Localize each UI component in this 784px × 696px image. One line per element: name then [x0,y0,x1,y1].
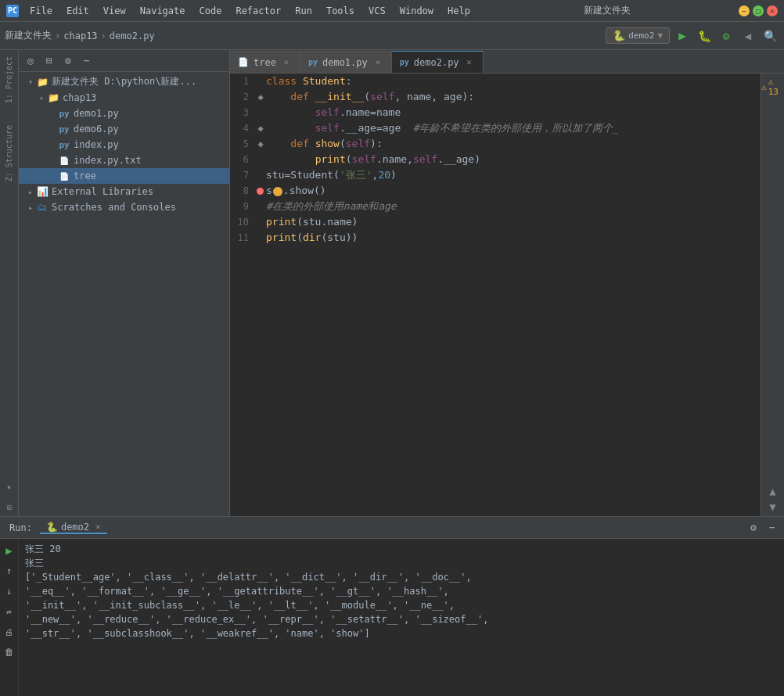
warning-number: ⚠ 13 [768,77,784,97]
menu-tools[interactable]: Tools [320,4,361,18]
panel-project-label[interactable]: 1: Project [3,53,15,106]
tab-demo1[interactable]: py demo1.py ✕ [300,51,392,73]
profile-button[interactable]: ◀ [739,27,757,45]
tab-demo2[interactable]: py demo2.py ✕ [392,51,484,73]
locate-file-button[interactable]: ◎ [22,52,39,70]
code-line-5: 5 ◆ def show(self): [230,136,761,152]
warning-count[interactable]: ⚠ ⚠ 13 [761,77,784,97]
py-icon-index: py [58,138,70,151]
run-toolbar: 🐍 demo2 ▼ ▶ 🐛 ⚙ ◀ 🔍 [606,27,779,45]
tree-label-root: 新建文件夹 D:\python\新建... [52,75,196,88]
tree-label-index: index.py [74,139,119,150]
tree-item-index[interactable]: py index.py [19,137,229,152]
run-trash-btn[interactable]: 🗑 [1,644,18,661]
close-button[interactable]: ✕ [767,5,778,16]
code-line-10: 10 print(stu.name) [230,214,761,230]
sidebar-minimize-button[interactable]: − [78,52,95,70]
menu-run[interactable]: Run [289,4,318,18]
menu-file[interactable]: File [23,4,59,18]
collapse-all-button[interactable]: ⊟ [41,52,58,70]
search-everywhere-button[interactable]: 🔍 [761,27,779,45]
project-toolbar: 新建文件夹 › chap13 › demo2.py 🐍 demo2 ▼ ▶ 🐛 … [0,22,784,50]
breadcrumb-root[interactable]: 新建文件夹 [5,29,52,42]
run-play-btn[interactable]: ▶ [1,542,18,559]
menu-edit[interactable]: Edit [60,4,95,18]
tab-demo2-label: demo2.py [414,57,459,68]
tree-item-indextxt[interactable]: 📄 index.py.txt [19,152,229,168]
tree-item-root[interactable]: ▾ 📁 新建文件夹 D:\python\新建... [19,74,229,90]
run-output[interactable]: 张三 20 张三 ['_Student__age', '__class__', … [19,539,784,696]
scroll-up-btn[interactable]: ▲ [769,485,775,497]
tab-tree-close[interactable]: ✕ [281,57,292,68]
tab-tree[interactable]: 📄 tree ✕ [230,51,300,73]
minimize-button[interactable]: − [739,5,750,16]
run-scroll-down-btn[interactable]: ↓ [1,583,18,600]
menu-refactor[interactable]: Refactor [229,4,287,18]
scroll-down-btn[interactable]: ▼ [769,500,775,513]
code-lines: 1 class Student: 2 ◆ def __init__(self, … [230,74,761,516]
code-line-8: 8 s.show() [230,183,761,199]
code-line-2: 2 ◆ def __init__(self, name, age): [230,89,761,105]
tree-item-demo6[interactable]: py demo6.py [19,121,229,137]
tree-item-tree[interactable]: 📄 tree [19,168,229,184]
menu-code[interactable]: Code [193,4,228,18]
maximize-button[interactable]: □ [753,5,764,16]
menu-window[interactable]: Window [394,4,440,18]
debug-button[interactable]: 🐛 [695,27,714,45]
menu-vcs[interactable]: VCS [362,4,392,18]
settings-btn[interactable]: ⚙ [745,519,762,536]
coverage-button[interactable]: ⚙ [717,27,735,45]
run-print-btn[interactable]: 🖨 [1,623,18,640]
tree-label-chap13: chap13 [63,92,96,103]
menu-navigate[interactable]: Navigate [134,4,192,18]
tree-arrow-root: ▾ [25,77,36,86]
menu-help[interactable]: Help [441,4,477,18]
tree-item-extlib[interactable]: ▸ 📊 External Libraries [19,184,229,199]
run-wrap-btn[interactable]: ⇌ [1,603,18,620]
run-label: Run: [3,522,38,533]
code-text-4: self.__age=age #年龄不希望在类的外部使用，所以加了两个_ [266,120,761,136]
line-num-6: 6 [230,152,255,167]
line-num-4: 4 [230,120,255,136]
menu-view[interactable]: View [97,4,132,18]
minimap[interactable] [761,100,784,485]
panel-structure-label[interactable]: Z: Structure [3,122,15,185]
run-config-selector[interactable]: 🐍 demo2 ▼ [606,27,670,44]
code-editor[interactable]: 1 class Student: 2 ◆ def __init__(self, … [230,74,761,516]
gutter-10 [255,214,266,230]
tree-item-scratches[interactable]: ▸ 🗂 Scratches and Consoles [19,199,229,215]
panel-structure2-label[interactable]: ⊞ [3,502,15,513]
output-line-3: ['_Student__age', '__class__', '__delatt… [25,570,778,584]
breadcrumb-chap[interactable]: chap13 [63,30,97,41]
gutter-8 [255,183,266,199]
line-num-2: 2 [230,89,255,105]
file-icon-tree: 📄 [58,170,70,182]
line-num-9: 9 [230,199,255,214]
bottom-toolbar-right: ⚙ − [745,519,781,536]
tree-item-chap13[interactable]: ▾ 📁 chap13 [19,90,229,106]
scratches-icon: 🗂 [36,201,49,213]
run-scroll-up-btn[interactable]: ↑ [1,562,18,579]
run-tab-close[interactable]: ✕ [95,522,101,532]
run-controls: ▶ ↑ ↓ ⇌ 🖨 🗑 [0,539,19,696]
panel-close-btn[interactable]: − [764,519,781,536]
panel-favorites-label[interactable]: ★ [3,481,15,496]
tab-demo2-close[interactable]: ✕ [464,57,475,68]
run-tab-label: demo2 [61,522,89,533]
tree-item-demo1[interactable]: py demo1.py [19,106,229,121]
code-text-9: #在类的外部使用name和age [266,199,761,214]
tab-demo1-close[interactable]: ✕ [372,57,383,68]
breadcrumb: 新建文件夹 › chap13 › demo2.py [5,29,155,42]
gutter-9 [255,199,266,214]
gutter-3 [255,105,266,120]
output-line-1: 张三 20 [25,542,778,556]
run-tab-demo2[interactable]: 🐍 demo2 ✕ [40,522,107,534]
gutter-4: ◆ [255,120,266,136]
gutter-11 [255,230,266,246]
code-text-7: stu=Student('张三',20) [266,167,761,183]
run-button[interactable]: ▶ [673,27,692,45]
py-icon-demo6: py [58,123,70,135]
sidebar-settings-button[interactable]: ⚙ [59,52,77,70]
output-line-6: '__new__', '__reduce__', '__reduce_ex__'… [25,612,778,626]
project-sidebar: ◎ ⊟ ⚙ − ▾ 📁 新建文件夹 D:\python\新建... ▾ 📁 ch… [19,50,230,516]
